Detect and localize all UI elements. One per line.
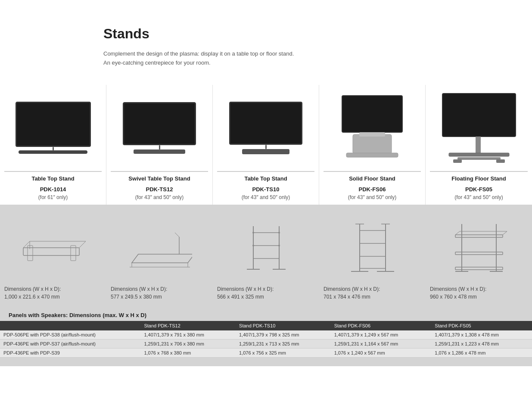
col-header-ts12: Stand PDK-TS12: [140, 321, 236, 330]
svg-point-33: [252, 245, 254, 246]
panels-title: Panels with Speakers: Dimensions (max. W…: [0, 309, 532, 321]
acc-dims-label-3: Dimensions (W x H x D):: [217, 285, 315, 293]
product-model-1: PDK-1014: [40, 186, 66, 193]
tv4-svg: [338, 91, 407, 165]
tv-foot-1: [19, 150, 87, 154]
panels-section: Panels with Speakers: Dimensions (max. W…: [0, 309, 532, 366]
acc-col-3: Dimensions (W x H x D): 566 x 491 x 325 …: [213, 213, 319, 305]
row3-ts10: 1,076 x 756 x 325 mm: [236, 348, 331, 357]
product-col-3: Table Top Stand PDK-TS10 (for 43″ and 50…: [213, 85, 319, 205]
acc-dims-value-2: 577 x 249.5 x 380 mm: [111, 293, 208, 301]
tv-shape-1: [16, 102, 91, 154]
svg-rect-9: [496, 159, 505, 163]
tv-foot-2: [134, 149, 185, 154]
tv-screen-1: [16, 102, 91, 147]
acc-dims-5: Dimensions (W x H x D): 960 x 760 x 478 …: [430, 285, 528, 301]
col-header-fs05: Stand PDK-FS05: [431, 321, 532, 330]
svg-marker-17: [132, 254, 192, 263]
product-compat-1: (for 61″ only): [38, 194, 68, 200]
acc-dims-value-5: 960 x 760 x 478 mm: [430, 293, 528, 301]
table-row: PDP-436PE with PDP-S39 1,076 x 768 x 380…: [0, 348, 532, 357]
acc-sketch-5: [447, 222, 511, 278]
table-header-row: Stand PDK-TS12 Stand PDK-TS10 Stand PDK-…: [0, 321, 532, 330]
subtitle-line2: An eye-catching centrepiece for your roo…: [103, 59, 429, 68]
acc-sketch-3: [240, 222, 292, 278]
product-col-5: Floating Floor Stand PDK-FS05 (for 43″ a…: [426, 85, 532, 205]
product-model-5: PDK-FS05: [465, 186, 492, 193]
subtitle: Complement the design of the plasma: dis…: [103, 50, 429, 68]
row1-ts12: 1,407/1,379 x 791 x 380 mm: [140, 330, 236, 339]
svg-line-50: [455, 231, 460, 235]
row2-fs06: 1,259/1,231 x 1,164 x 567 mm: [331, 339, 432, 348]
tv5-svg: [440, 91, 518, 165]
col-header-fs06: Stand PDK-FS06: [331, 321, 432, 330]
tv-foot-3: [242, 149, 289, 154]
row2-ts10: 1,259/1,231 x 713 x 325 mm: [236, 339, 331, 348]
acc-dims-3: Dimensions (W x H x D): 566 x 491 x 325 …: [217, 285, 315, 301]
product-model-2: PDK-TS12: [146, 186, 173, 193]
product-col-1: Table Top Stand PDK-1014 (for 61″ only): [0, 85, 106, 205]
acc-image-1: [4, 220, 102, 280]
product-image-4: [324, 89, 421, 167]
col-header-label: [0, 321, 140, 330]
tv-screen-3: [229, 102, 302, 145]
svg-rect-48: [455, 252, 503, 255]
product-compat-5: (for 43″ and 50″ only): [454, 194, 503, 200]
svg-rect-47: [455, 235, 503, 237]
page: Stands Complement the design of the plas…: [0, 0, 532, 411]
accessories-section: Dimensions (W x H x D): 1,000 x 221.6 x …: [0, 205, 532, 309]
product-compat-4: (for 43″ and 50″ only): [348, 194, 397, 200]
row1-fs05: 1,407/1,379 x 1,308 x 478 mm: [431, 330, 532, 339]
table-row: PDP-506PE with PDP-S38 (air/flush-mount)…: [0, 330, 532, 339]
product-model-4: PDK-FS06: [359, 186, 386, 193]
svg-rect-3: [346, 153, 398, 157]
svg-rect-4: [442, 93, 516, 137]
subtitle-line1: Complement the design of the plasma: dis…: [103, 50, 429, 59]
acc-image-5: [430, 220, 528, 280]
acc-dims-value-4: 701 x 784 x 476 mm: [324, 293, 421, 301]
tv-screen-2: [123, 102, 196, 145]
svg-line-22: [175, 233, 179, 237]
row3-ts12: 1,076 x 768 x 380 mm: [140, 348, 236, 357]
acc-dims-label-5: Dimensions (W x H x D):: [430, 285, 528, 293]
tv-shape-2: [123, 102, 196, 154]
row3-fs06: 1,076 x 1,240 x 567 mm: [331, 348, 432, 357]
products-grid: Table Top Stand PDK-1014 (for 61″ only) …: [0, 85, 532, 205]
acc-dims-value-1: 1,000 x 221.6 x 470 mm: [4, 293, 102, 301]
acc-image-3: [217, 220, 315, 280]
tv-stand-bar-1: [53, 147, 54, 150]
tv-shape-3: [229, 102, 302, 154]
acc-dims-label-1: Dimensions (W x H x D):: [4, 285, 102, 293]
row2-fs05: 1,259/1,231 x 1,223 x 478 mm: [431, 339, 532, 348]
product-type-3: Table Top Stand: [217, 171, 314, 182]
svg-rect-0: [342, 96, 402, 132]
acc-sketch-1: [21, 224, 86, 276]
row3-label: PDP-436PE with PDP-S39: [0, 348, 140, 357]
product-image-3: [217, 89, 314, 167]
product-image-5: [430, 89, 528, 167]
svg-rect-2: [359, 132, 385, 137]
product-type-1: Table Top Stand: [4, 171, 102, 182]
acc-sketch-4: [345, 222, 401, 278]
acc-image-4: [324, 220, 421, 280]
row1-ts10: 1,407/1,379 x 798 x 325 mm: [236, 330, 331, 339]
table-row: PDP-436PE with PDP-S37 (air/flush-mount)…: [0, 339, 532, 348]
svg-rect-49: [455, 267, 503, 270]
col-header-ts10: Stand PDK-TS10: [236, 321, 331, 330]
svg-line-18: [132, 254, 138, 263]
acc-dims-label-2: Dimensions (W x H x D):: [111, 285, 208, 293]
tv-stand-bar-3: [265, 145, 267, 149]
product-image-2: [111, 89, 208, 167]
products-section: Table Top Stand PDK-1014 (for 61″ only) …: [0, 85, 532, 205]
svg-point-34: [278, 245, 280, 246]
svg-line-51: [503, 231, 507, 235]
product-type-4: Solid Floor Stand: [324, 171, 421, 182]
acc-dims-4: Dimensions (W x H x D): 701 x 784 x 476 …: [324, 285, 421, 301]
acc-sketch-2: [128, 224, 192, 276]
row1-label: PDP-506PE with PDP-S38 (air/flush-mount): [0, 330, 140, 339]
acc-col-4: Dimensions (W x H x D): 701 x 784 x 476 …: [319, 213, 426, 305]
svg-point-32: [278, 232, 280, 234]
accessories-grid: Dimensions (W x H x D): 1,000 x 221.6 x …: [0, 213, 532, 305]
product-model-3: PDK-TS10: [252, 186, 280, 193]
product-col-2: Swivel Table Top Stand PDK-TS12 (for 43″…: [106, 85, 213, 205]
